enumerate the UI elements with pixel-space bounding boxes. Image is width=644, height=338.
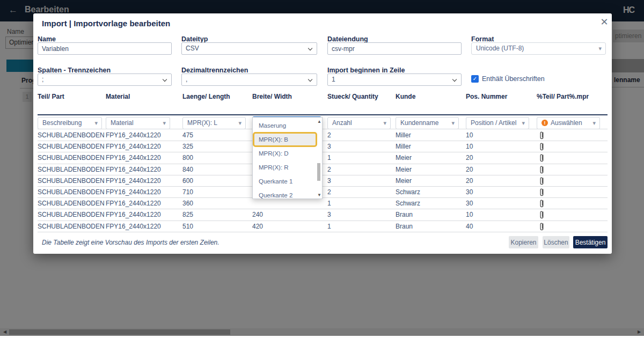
mapper-select-quantity[interactable]: Anzahl ▾: [327, 117, 391, 129]
table-row: SCHUBLADENBODENFPY16_2440x12204752Miller…: [38, 130, 608, 141]
preview-note: Die Tabelle zeigt eine Vorschau des Impo…: [42, 239, 219, 246]
headers-checkbox[interactable]: ✓ Enthält Überschriften: [471, 75, 545, 83]
cell-part: SCHUBLADENBODEN: [38, 141, 105, 152]
cell-length: 825: [182, 209, 193, 221]
cell-qty: 3: [327, 209, 331, 221]
column-header-quantity: Stueck/ Quantity: [327, 93, 378, 100]
checkbox-checked-icon[interactable]: ✓: [471, 75, 479, 83]
cell-qty: 2: [327, 130, 331, 141]
cell-pos: 10: [466, 141, 473, 152]
cell-length: 840: [182, 164, 193, 175]
mapper-select-mpr[interactable]: !Auswählen ▾: [537, 117, 600, 129]
cell-qty: 2: [327, 164, 331, 175]
cell-part: SCHUBLADENBODEN: [38, 221, 105, 232]
cell-pos: 30: [466, 198, 473, 209]
startrow-value: 1: [332, 76, 335, 83]
chevron-down-icon: ▾: [592, 117, 596, 129]
mapper-value: Position / Artikel: [471, 119, 516, 127]
dropdown-option[interactable]: Querkante 1: [253, 174, 317, 188]
filetype-label: Dateityp: [181, 35, 208, 43]
column-header-material: Material: [106, 93, 130, 100]
dropdown-scroll-down-icon[interactable]: ▼: [317, 193, 322, 197]
extension-input[interactable]: [327, 42, 462, 55]
attachment-icon[interactable]: [538, 153, 549, 164]
format-value: Unicode (UTF-8): [476, 45, 524, 52]
separator-value: ;: [42, 76, 43, 83]
attachment-icon[interactable]: [538, 199, 549, 209]
table-row: SCHUBLADENBODENFPY16_2440x12203601Schwar…: [38, 198, 608, 209]
cell-length: 510: [182, 221, 193, 232]
copy-button[interactable]: Kopieren: [509, 236, 538, 248]
chevron-down-icon: ▾: [522, 117, 525, 129]
cell-part: SCHUBLADENBODEN: [38, 152, 105, 164]
mapper-value: Anzahl: [332, 119, 352, 127]
cell-part: SCHUBLADENBODEN: [38, 187, 105, 198]
startrow-select[interactable]: 1: [327, 74, 462, 86]
mapper-select-pos[interactable]: Position / Artikel ▾: [466, 117, 529, 129]
separator-select[interactable]: ;: [38, 74, 172, 86]
cell-pos: 10: [466, 130, 473, 141]
attachment-icon[interactable]: [538, 210, 549, 221]
column-header-part: Teil/ Part: [38, 93, 64, 100]
warning-icon: !: [541, 120, 548, 126]
format-label: Format: [471, 35, 494, 43]
mapper-value: MPR(X): L: [187, 119, 217, 127]
mapper-value: Material: [111, 119, 134, 127]
width-mapper-dropdown: ▲ ▼ MaserungMPR(X): BMPR(X): DMPR(X): RQ…: [252, 117, 323, 199]
attachment-icon[interactable]: [538, 176, 549, 187]
dropdown-option[interactable]: Maserung: [253, 119, 317, 133]
cell-part: SCHUBLADENBODEN: [38, 164, 105, 175]
cell-width: 420: [252, 221, 263, 232]
import-template-dialog: Import | Importvorlage bearbeiten ✕ Name…: [33, 13, 612, 254]
cell-customer: Meier: [396, 164, 412, 175]
decimal-select[interactable]: ,: [181, 74, 317, 86]
cell-pos: 20: [466, 164, 473, 175]
attachment-icon[interactable]: [538, 142, 549, 152]
close-icon[interactable]: ✕: [598, 16, 611, 28]
mapper-select-customer[interactable]: Kundenname ▾: [396, 117, 459, 129]
cell-customer: Braun: [396, 209, 413, 221]
column-header-pos: Pos. Nummer: [466, 93, 507, 100]
filetype-value: CSV: [186, 45, 199, 52]
format-select[interactable]: Unicode (UTF-8) ▾: [471, 42, 606, 55]
mapper-select-part[interactable]: Beschreibung ▾: [38, 117, 102, 129]
mapper-select-length[interactable]: MPR(X): L ▾: [182, 117, 246, 129]
cell-length: 710: [182, 187, 193, 198]
cell-qty: 1: [327, 221, 331, 232]
startrow-label: Import beginnen in Zeile: [327, 67, 405, 74]
attachment-icon[interactable]: [538, 222, 549, 232]
dropdown-option[interactable]: Querkante 2: [253, 188, 317, 202]
filetype-select[interactable]: CSV: [181, 42, 317, 55]
cell-material: FPY16_2440x1220: [106, 152, 161, 164]
bottom-strip: [0, 336, 644, 338]
dropdown-scroll-up-icon[interactable]: ▲: [317, 119, 322, 124]
confirm-button[interactable]: Bestätigen: [573, 236, 608, 248]
cell-customer: Meier: [396, 152, 412, 164]
mapper-select-material[interactable]: Material ▾: [106, 117, 170, 129]
dropdown-scrollbar-thumb[interactable]: [317, 163, 320, 181]
cell-material: FPY16_2440x1220: [106, 221, 161, 232]
name-label: Name: [38, 35, 56, 43]
cell-length: 600: [182, 175, 193, 187]
cell-material: FPY16_2440x1220: [106, 187, 161, 198]
dropdown-option[interactable]: MPR(X): D: [253, 146, 317, 160]
table-row: SCHUBLADENBODENFPY16_2440x12205104201Bra…: [38, 221, 608, 232]
cell-qty: 2: [327, 187, 331, 198]
cell-material: FPY16_2440x1220: [106, 175, 161, 187]
dropdown-option[interactable]: MPR(X): R: [253, 160, 317, 174]
chevron-down-icon: [163, 77, 167, 82]
cell-customer: Schwarz: [396, 187, 420, 198]
cell-length: 360: [182, 198, 193, 209]
attachment-icon[interactable]: [538, 187, 549, 198]
name-input[interactable]: [38, 42, 172, 55]
delete-button[interactable]: Löschen: [543, 236, 569, 248]
attachment-icon[interactable]: [538, 130, 549, 141]
cell-material: FPY16_2440x1220: [106, 198, 161, 209]
separator-label: Spalten - Trennzeichen: [38, 67, 111, 74]
attachment-icon[interactable]: [538, 165, 549, 175]
cell-pos: 20: [466, 175, 473, 187]
chevron-down-icon: ▾: [238, 117, 241, 129]
chevron-down-icon: ▾: [451, 117, 455, 129]
dropdown-option[interactable]: MPR(X): B: [253, 133, 317, 146]
cell-width: 240: [252, 209, 263, 221]
